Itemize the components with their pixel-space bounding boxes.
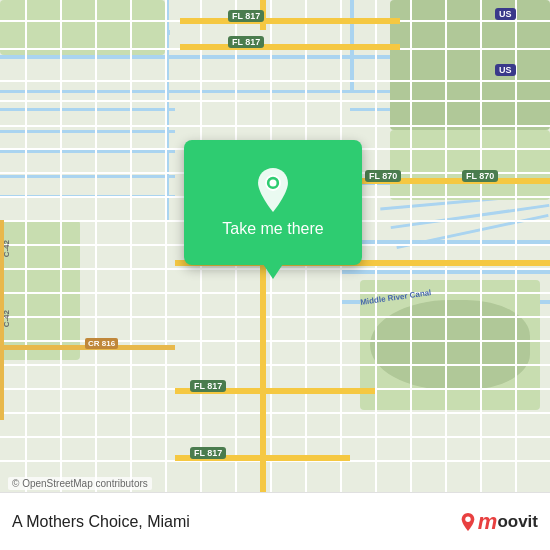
- road: [130, 0, 132, 500]
- highway-label-fl870-2: FL 870: [462, 170, 498, 182]
- highway-label-us2: US: [495, 64, 516, 76]
- bottom-bar: A Mothers Choice, Miami moovit: [0, 492, 550, 550]
- moovit-logo[interactable]: moovit: [461, 509, 538, 535]
- road: [0, 80, 550, 82]
- road: [410, 0, 412, 500]
- popup-card: Take me there: [184, 140, 362, 265]
- road: [0, 436, 550, 438]
- take-me-there-button[interactable]: Take me there: [222, 220, 323, 238]
- road: [0, 364, 550, 366]
- road: [480, 0, 482, 500]
- highway-label-fl817-5: FL 817: [190, 447, 226, 459]
- park-area: [0, 220, 80, 360]
- location-pin-icon: [251, 168, 295, 212]
- road-label-c42: C-42: [2, 240, 11, 257]
- road: [0, 292, 550, 294]
- road-label-c42b: C-42: [2, 310, 11, 327]
- highway: [260, 260, 266, 500]
- map-attribution: © OpenStreetMap contributors: [8, 477, 152, 490]
- road: [165, 0, 167, 500]
- highway-label-fl870-1: FL 870: [365, 170, 401, 182]
- road: [0, 412, 550, 414]
- svg-point-2: [465, 516, 470, 521]
- highway: [180, 18, 400, 24]
- map-container: C-42 C-42 FL 817 FL 817 FL 817 FL 817 FL…: [0, 0, 550, 550]
- road: [60, 0, 62, 500]
- road: [0, 125, 550, 127]
- moovit-pin-icon: [461, 513, 475, 531]
- moovit-logo-text: oovit: [497, 512, 538, 532]
- road: [25, 0, 27, 500]
- park-area: [370, 300, 530, 390]
- road: [445, 0, 447, 500]
- svg-point-1: [269, 179, 276, 186]
- highway-label-fl817-2: FL 817: [228, 36, 264, 48]
- road: [95, 0, 97, 500]
- road: [375, 0, 377, 500]
- road: [0, 340, 550, 342]
- highway-label-us1: US: [495, 8, 516, 20]
- moovit-logo-m: m: [478, 509, 498, 535]
- park-area: [390, 130, 550, 200]
- highway-label-cr816: CR 816: [85, 338, 118, 349]
- highway: [180, 44, 400, 50]
- highway-label-fl817-4: FL 817: [190, 380, 226, 392]
- highway: [330, 178, 550, 184]
- road: [0, 100, 550, 102]
- road: [0, 316, 550, 318]
- road: [515, 0, 517, 500]
- place-name: A Mothers Choice, Miami: [12, 513, 461, 531]
- highway-label-fl817-1: FL 817: [228, 10, 264, 22]
